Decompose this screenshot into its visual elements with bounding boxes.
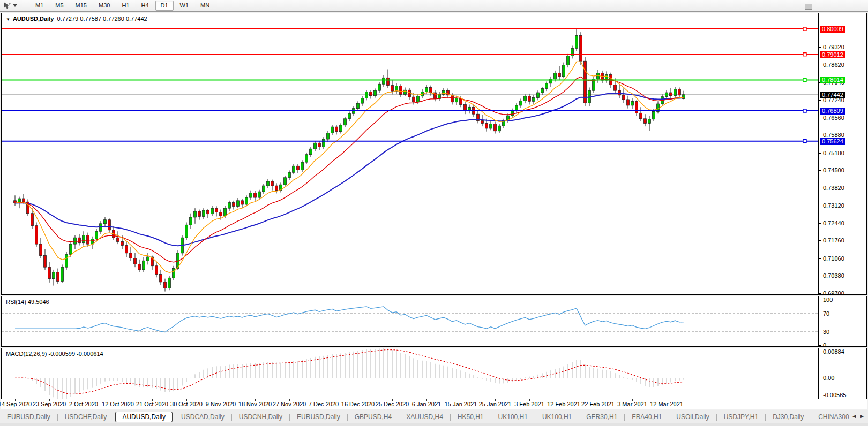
macd-tick-label: 0.00884 — [823, 348, 844, 355]
price-tick — [819, 258, 821, 259]
chart-symbol: AUDUSD,Daily — [13, 16, 54, 22]
top-toolbar: M1M5M15M30H1H4D1W1MN — [0, 0, 868, 12]
price-tick-label: 0.73120 — [823, 202, 844, 209]
date-label: 23 Sep 2020 — [33, 401, 66, 407]
date-label: 12 Oct 2020 — [102, 401, 134, 407]
bottom-strip — [0, 423, 868, 426]
price-tick-label: 0.71760 — [823, 237, 844, 244]
macd-tick-label: -0.00565 — [823, 392, 846, 398]
timeframe-button-h4[interactable]: H4 — [136, 1, 154, 11]
date-label: 9 Nov 2020 — [206, 401, 236, 407]
tab-fra40-h1[interactable]: FRA40,H1 — [625, 412, 669, 422]
timeframe-button-m5[interactable]: M5 — [50, 1, 69, 11]
price-tick-label: 0.75880 — [823, 132, 844, 138]
tab-eurusd-daily[interactable]: EURUSD,Daily — [290, 412, 347, 422]
line-handle-0.78014[interactable] — [803, 78, 806, 81]
price-axis[interactable]: 0.793200.786200.779400.772400.765600.758… — [819, 13, 866, 294]
date-label: 18 Nov 2020 — [238, 401, 272, 407]
cursor-tool-icon[interactable] — [3, 2, 11, 10]
date-label: 15 Jan 2021 — [445, 401, 477, 407]
timeframe-button-mn[interactable]: MN — [195, 1, 215, 11]
price-tick — [819, 188, 821, 188]
price-chart-panel: ▼AUDUSD,Daily 0.77279 0.77587 0.77260 0.… — [1, 13, 867, 295]
crosshair-icon — [3, 2, 11, 10]
collapse-arrow-icon[interactable]: ▼ — [6, 17, 10, 22]
tab-uk100-h1[interactable]: UK100,H1 — [535, 412, 579, 422]
tab-scroll-left-icon[interactable]: ◄ — [851, 413, 857, 419]
price-tick — [819, 153, 821, 154]
date-label: 25 Dec 2020 — [376, 401, 409, 407]
rsi-tick-label: 70 — [823, 310, 829, 317]
tab-gbpusd-h4[interactable]: GBPUSD,H4 — [348, 412, 399, 422]
macd-tick-label: 0.00 — [823, 375, 834, 381]
macd-label: MACD(12,26,9) -0.000599 -0.000614 — [6, 351, 103, 357]
price-tick — [819, 65, 821, 65]
date-label: 27 Nov 2020 — [273, 401, 306, 407]
timeframe-button-d1[interactable]: D1 — [155, 1, 174, 11]
tab-ger30-h1[interactable]: GER30,H1 — [579, 412, 624, 422]
line-handle-0.76809[interactable] — [803, 109, 806, 112]
chart-shift-marker[interactable] — [805, 4, 812, 10]
price-tick-label: 0.73820 — [823, 185, 844, 191]
price-tick — [819, 118, 821, 118]
timeframe-button-w1[interactable]: W1 — [175, 1, 194, 11]
price-tick-label: 0.71060 — [823, 255, 844, 262]
line-handle-0.79012[interactable] — [803, 53, 806, 56]
date-label: 30 Oct 2020 — [170, 401, 203, 407]
date-label: 25 Jan 2021 — [479, 401, 512, 407]
tab-scroll-right-icon[interactable]: ► — [859, 413, 865, 419]
tab-usoil-daily[interactable]: USOil,Daily — [669, 412, 716, 422]
rsi-tick — [819, 345, 821, 346]
tab-hk50-h1[interactable]: HK50,H1 — [451, 412, 491, 422]
timeframe-button-m30[interactable]: M30 — [93, 1, 115, 11]
timeframe-button-m1[interactable]: M1 — [30, 1, 49, 11]
rsi-chart-svg — [2, 296, 818, 346]
tab-dj30-daily[interactable]: DJ30,Daily — [766, 412, 811, 422]
price-tick-label: 0.72440 — [823, 220, 844, 226]
tab-eurusd-daily[interactable]: EURUSD,Daily — [0, 412, 57, 422]
rsi-line — [15, 307, 684, 332]
line-handle-0.75624[interactable] — [803, 140, 806, 143]
rsi-tick-label: 100 — [823, 296, 833, 303]
macd-panel: MACD(12,26,9) -0.000599 -0.000614 0.0088… — [1, 348, 867, 399]
macd-plot[interactable] — [2, 348, 819, 399]
candlestick-chart-svg — [2, 13, 818, 294]
timeframe-button-h1[interactable]: H1 — [116, 1, 134, 11]
tab-audusd-daily[interactable]: AUDUSD,Daily — [115, 412, 173, 422]
tab-xauusd-h4[interactable]: XAUUSD,H4 — [399, 412, 450, 422]
price-tick — [819, 170, 821, 171]
date-label: 3 Mar 2021 — [617, 401, 647, 407]
macd-tick — [819, 378, 821, 378]
macd-axis[interactable]: 0.008840.00-0.00565 — [819, 348, 866, 399]
price-tick-label: 0.78620 — [823, 62, 844, 68]
date-label: 22 Feb 2021 — [581, 401, 615, 407]
date-label: 21 Oct 2020 — [136, 401, 168, 407]
timeframe-button-m15[interactable]: M15 — [70, 1, 92, 11]
tab-usdchf-daily[interactable]: USDCHF,Daily — [58, 412, 114, 422]
rsi-plot[interactable] — [2, 296, 819, 346]
chart-title: ▼AUDUSD,Daily 0.77279 0.77587 0.77260 0.… — [6, 16, 147, 22]
tab-usdjpy-h1[interactable]: USDJPY,H1 — [717, 412, 765, 422]
price-tick — [819, 100, 821, 101]
date-label: 2 Oct 2020 — [69, 401, 98, 407]
cursor-dropdown-caret[interactable] — [13, 4, 17, 7]
rsi-tick — [819, 332, 821, 332]
line-handle-0.80009[interactable] — [803, 27, 806, 31]
tab-uk100-h1[interactable]: UK100,H1 — [491, 412, 535, 422]
date-label: 3 Feb 2021 — [514, 401, 544, 407]
price-tick — [819, 223, 821, 224]
price-chart-plot[interactable] — [2, 13, 819, 294]
tab-usdcad-daily[interactable]: USDCAD,Daily — [174, 412, 231, 422]
tab-separator — [114, 414, 114, 421]
chart-ohlc-values: 0.77279 0.77587 0.77260 0.77442 — [57, 16, 147, 22]
date-label: 12 Feb 2021 — [547, 401, 580, 407]
macd-tick — [819, 352, 821, 352]
date-axis[interactable]: 14 Sep 202023 Sep 20202 Oct 202012 Oct 2… — [1, 399, 867, 409]
tab-usdcnh-daily[interactable]: USDCNH,Daily — [232, 412, 289, 422]
timeframe-button-group: M1M5M15M30H1H4D1W1MN — [29, 1, 215, 11]
current-price-badge: 0.77442 — [820, 92, 845, 98]
date-label: 12 Mar 2021 — [650, 401, 683, 407]
rsi-axis[interactable]: 10070300 — [819, 296, 866, 346]
date-label: 7 Dec 2020 — [309, 401, 339, 407]
macd-chart-svg — [2, 348, 818, 399]
